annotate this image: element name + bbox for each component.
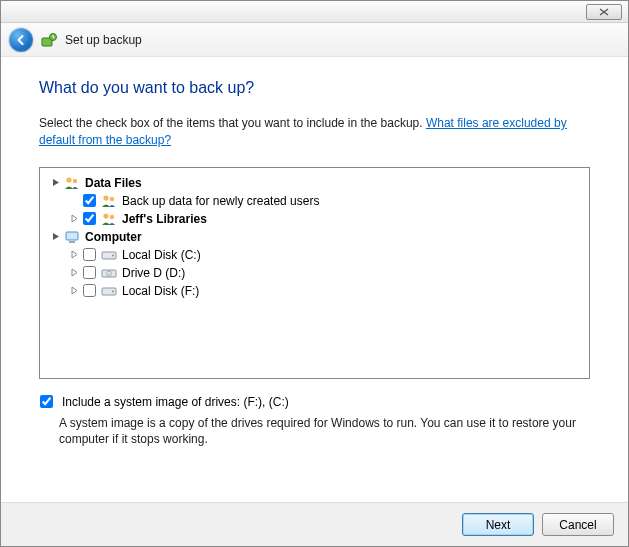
svg-point-6 (103, 213, 108, 218)
cd-drive-icon (101, 265, 117, 281)
tree-label: Drive D (D:) (122, 266, 185, 280)
cancel-button[interactable]: Cancel (542, 513, 614, 536)
backup-items-tree[interactable]: Data Files Back up data for (39, 167, 590, 379)
tree-node-drive-f[interactable]: Local Disk (F:) (44, 282, 585, 300)
checkbox-drive-d[interactable] (83, 266, 96, 279)
wizard-window: Set up backup What do you want to back u… (0, 0, 629, 547)
drive-icon (101, 247, 117, 263)
expand-icon[interactable] (68, 267, 80, 279)
tree-node-drive-c[interactable]: Local Disk (C:) (44, 246, 585, 264)
svg-point-5 (110, 196, 114, 200)
checkbox-drive-f[interactable] (83, 284, 96, 297)
backup-wizard-icon (41, 32, 57, 48)
svg-point-3 (73, 178, 77, 182)
page-heading: What do you want to back up? (39, 79, 590, 97)
svg-point-4 (103, 195, 108, 200)
close-icon (598, 8, 610, 16)
users-icon (101, 211, 117, 227)
instruction-prefix: Select the check box of the items that y… (39, 116, 426, 130)
tree-node-drive-d[interactable]: Drive D (D:) (44, 264, 585, 282)
tree-node-computer[interactable]: Computer (44, 228, 585, 246)
svg-point-14 (108, 272, 109, 273)
tree-node-new-users[interactable]: Back up data for newly created users (44, 192, 585, 210)
checkbox-drive-c[interactable] (83, 248, 96, 261)
instruction-text: Select the check box of the items that y… (39, 115, 590, 149)
svg-point-11 (112, 254, 114, 256)
tree-label: Local Disk (F:) (122, 284, 199, 298)
svg-point-2 (66, 177, 71, 182)
svg-point-16 (112, 290, 114, 292)
back-button[interactable] (9, 28, 33, 52)
header-title: Set up backup (65, 33, 142, 47)
footer: Next Cancel (1, 502, 628, 546)
computer-icon (64, 229, 80, 245)
system-image-option: Include a system image of drives: (F:), … (39, 395, 590, 409)
tree-label: Jeff's Libraries (122, 212, 207, 226)
collapse-icon[interactable] (50, 177, 62, 189)
svg-point-7 (110, 214, 114, 218)
checkbox-new-users[interactable] (83, 194, 96, 207)
tree-label: Local Disk (C:) (122, 248, 201, 262)
users-icon (101, 193, 117, 209)
arrow-left-icon (15, 34, 27, 46)
checkbox-system-image[interactable] (40, 395, 53, 408)
checkbox-libraries[interactable] (83, 212, 96, 225)
next-button[interactable]: Next (462, 513, 534, 536)
content-area: What do you want to back up? Select the … (1, 57, 628, 502)
svg-rect-8 (66, 232, 78, 240)
tree-label: Data Files (85, 176, 142, 190)
tree-node-libraries[interactable]: Jeff's Libraries (44, 210, 585, 228)
system-image-description: A system image is a copy of the drives r… (59, 415, 579, 449)
header: Set up backup (1, 23, 628, 57)
expand-icon[interactable] (68, 249, 80, 261)
close-button[interactable] (586, 4, 622, 20)
tree-label: Back up data for newly created users (122, 194, 319, 208)
expand-icon[interactable] (68, 213, 80, 225)
system-image-label: Include a system image of drives: (F:), … (62, 395, 289, 409)
users-icon (64, 175, 80, 191)
expand-icon[interactable] (68, 285, 80, 297)
collapse-icon[interactable] (50, 231, 62, 243)
titlebar (1, 1, 628, 23)
svg-rect-9 (69, 241, 75, 243)
tree-node-data-files[interactable]: Data Files (44, 174, 585, 192)
drive-icon (101, 283, 117, 299)
tree-label: Computer (85, 230, 142, 244)
